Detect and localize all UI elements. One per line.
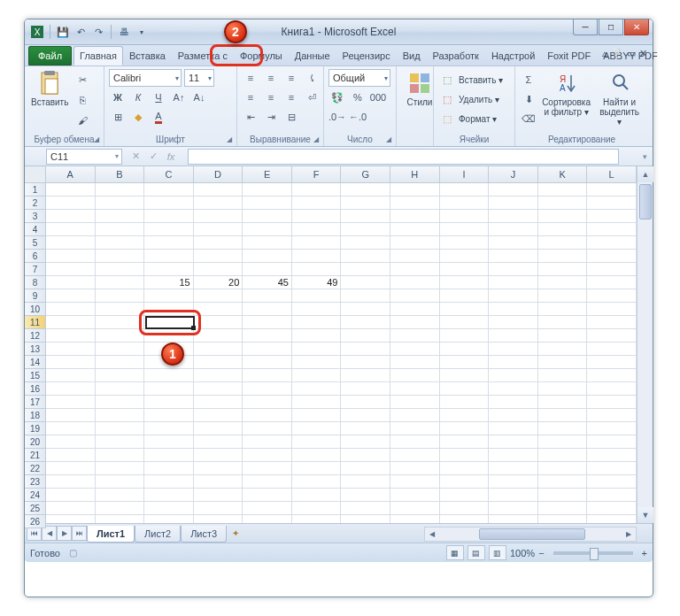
cell-B13[interactable] (96, 343, 145, 356)
comma-icon[interactable]: 000 (369, 89, 387, 106)
cell-L6[interactable] (587, 250, 637, 263)
cell-A9[interactable] (46, 289, 96, 303)
zoom-in-button[interactable]: + (642, 548, 647, 558)
active-cell-C11[interactable] (145, 316, 195, 329)
cell-F7[interactable] (292, 263, 342, 276)
cell-A5[interactable] (46, 236, 96, 250)
cell-F3[interactable] (292, 210, 342, 223)
cell-L21[interactable] (587, 449, 637, 462)
row-header-4[interactable]: 4 (25, 223, 46, 236)
cell-H17[interactable] (390, 396, 440, 409)
cell-E10[interactable] (243, 303, 292, 316)
spreadsheet-grid[interactable]: ABCDEFGHIJKL 123456789101112131415161718… (25, 166, 653, 523)
new-sheet-icon[interactable]: ✦ (227, 528, 244, 538)
row-header-19[interactable]: 19 (25, 422, 46, 435)
sort-filter-button[interactable]: ЯА Сортировка и фильтр ▾ (541, 69, 591, 119)
cell-D12[interactable] (194, 329, 243, 343)
row-header-9[interactable]: 9 (25, 289, 46, 303)
cell-F16[interactable] (292, 382, 342, 396)
cell-G17[interactable] (341, 396, 390, 409)
cell-K15[interactable] (538, 369, 588, 382)
cell-C2[interactable] (144, 196, 194, 210)
cell-I20[interactable] (440, 435, 490, 449)
cell-A11[interactable] (46, 316, 96, 329)
redo-icon[interactable]: ↷ (91, 25, 105, 39)
tab-home[interactable]: Главная (73, 46, 123, 65)
print-icon[interactable]: 🖶 (117, 25, 131, 39)
cell-A6[interactable] (46, 250, 96, 263)
cell-H5[interactable] (390, 236, 440, 250)
cut-icon[interactable]: ✂ (73, 71, 91, 89)
save-icon[interactable]: 💾 (56, 25, 70, 39)
cell-J5[interactable] (489, 236, 538, 250)
row-header-25[interactable]: 25 (25, 502, 46, 515)
row-header-7[interactable]: 7 (25, 263, 46, 276)
zoom-out-button[interactable]: − (538, 548, 544, 558)
cell-B8[interactable] (96, 276, 145, 289)
cell-B23[interactable] (96, 475, 145, 489)
cell-A19[interactable] (46, 422, 96, 435)
cell-K22[interactable] (538, 462, 588, 475)
row-header-21[interactable]: 21 (25, 449, 46, 462)
cell-D13[interactable] (194, 343, 243, 356)
view-pagebreak-icon[interactable]: ▥ (489, 545, 506, 560)
doc-close-icon[interactable]: ✕ (639, 48, 647, 59)
close-button[interactable]: ✕ (624, 19, 649, 35)
cell-E9[interactable] (243, 289, 292, 303)
cell-C9[interactable] (144, 289, 194, 303)
cell-B4[interactable] (96, 223, 145, 236)
sheet-next-icon[interactable]: ▶ (57, 526, 72, 541)
row-header-1[interactable]: 1 (25, 183, 46, 196)
cell-G24[interactable] (341, 489, 390, 502)
cell-A7[interactable] (46, 263, 96, 276)
cell-K3[interactable] (538, 210, 588, 223)
cell-A14[interactable] (46, 356, 96, 369)
copy-icon[interactable]: ⎘ (73, 91, 91, 109)
cell-L11[interactable] (587, 316, 637, 329)
cell-F2[interactable] (292, 196, 342, 210)
cell-I16[interactable] (440, 382, 490, 396)
cell-E1[interactable] (243, 183, 292, 196)
minimize-button[interactable]: ─ (573, 19, 598, 35)
cell-H15[interactable] (390, 369, 440, 382)
cell-B6[interactable] (96, 250, 145, 263)
cell-B19[interactable] (96, 422, 145, 435)
cell-E6[interactable] (243, 250, 292, 263)
horizontal-scrollbar[interactable]: ◀ ▶ (424, 527, 637, 542)
cell-J3[interactable] (489, 210, 538, 223)
cell-C5[interactable] (144, 236, 194, 250)
cell-I14[interactable] (440, 356, 490, 369)
cell-C17[interactable] (144, 396, 194, 409)
qat-dropdown-icon[interactable]: ▾ (135, 25, 149, 39)
cell-L15[interactable] (587, 369, 637, 382)
name-box[interactable]: C11 (46, 149, 122, 165)
row-header-11[interactable]: 11 (25, 316, 46, 329)
cell-F9[interactable] (292, 289, 342, 303)
cell-J19[interactable] (489, 422, 538, 435)
cell-J24[interactable] (489, 489, 538, 502)
cell-D9[interactable] (194, 289, 243, 303)
cell-I18[interactable] (440, 409, 490, 422)
cell-I23[interactable] (440, 475, 490, 489)
cell-A22[interactable] (46, 462, 96, 475)
fx-icon[interactable]: fx (163, 149, 179, 165)
col-header-A[interactable]: A (46, 166, 96, 183)
cell-K21[interactable] (538, 449, 588, 462)
cell-L4[interactable] (587, 223, 637, 236)
cell-E22[interactable] (243, 462, 292, 475)
cell-F11[interactable] (292, 316, 342, 329)
hscroll-right-icon[interactable]: ▶ (622, 530, 636, 538)
row-header-15[interactable]: 15 (25, 369, 46, 382)
align-bottom-icon[interactable]: ≡ (282, 69, 300, 87)
cell-A23[interactable] (46, 475, 96, 489)
format-cells-button[interactable]: Формат ▾ (459, 114, 497, 124)
cells-area[interactable]: 15204549 (46, 183, 637, 523)
cell-B25[interactable] (96, 502, 145, 515)
cell-G6[interactable] (341, 250, 390, 263)
cell-E11[interactable] (243, 316, 292, 329)
cell-E20[interactable] (243, 435, 292, 449)
cell-B5[interactable] (96, 236, 145, 250)
cell-F5[interactable] (292, 236, 342, 250)
cell-H9[interactable] (390, 289, 440, 303)
cell-C18[interactable] (144, 409, 194, 422)
